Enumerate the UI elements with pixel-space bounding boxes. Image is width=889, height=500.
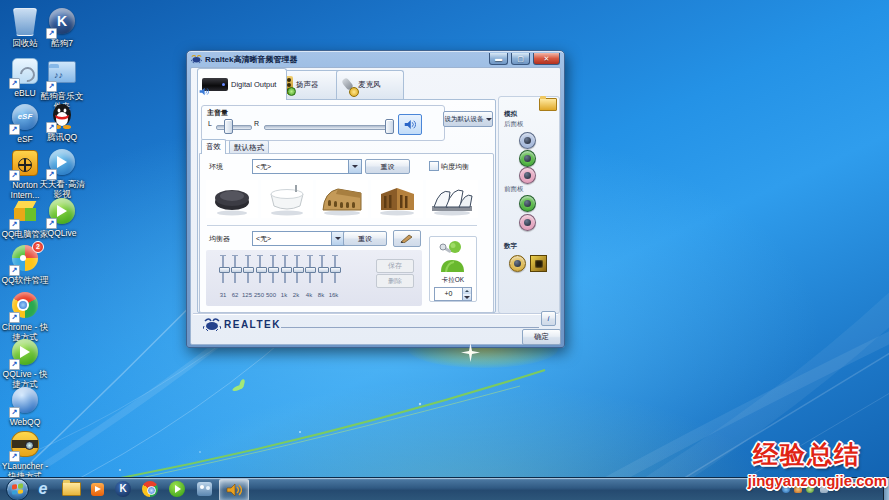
tab-speakers[interactable]: 扬声器	[279, 70, 344, 99]
taskbar-internet-explorer[interactable]: e	[30, 479, 56, 499]
dropdown-arrow-icon[interactable]	[348, 160, 361, 173]
window-titlebar[interactable]: Realtek高清晰音频管理器 ▬ ▢ ✕	[187, 51, 564, 67]
desktop-icon-kugou7[interactable]: ↗ 酷狗7	[38, 6, 86, 49]
karaoke-key-spinner[interactable]: +0	[434, 287, 472, 301]
preset-padded-room[interactable]	[206, 180, 258, 218]
taskbar-kugou[interactable]: K	[110, 479, 136, 499]
desktop-icon-chrome[interactable]: ↗ Chrome - 快捷方式	[1, 290, 49, 342]
equalizer-dropdown[interactable]: <无>	[252, 231, 345, 246]
equalizer-edit-button[interactable]	[393, 230, 421, 247]
realtek-brand-text: REALTEK	[224, 319, 281, 330]
volume-slider-track[interactable]	[264, 125, 390, 130]
eq-slider-thumb[interactable]	[293, 267, 304, 273]
maximize-button[interactable]: ▢	[511, 53, 530, 65]
taskbar-chrome[interactable]	[137, 479, 163, 499]
shortcut-arrow-icon: ↗	[9, 265, 20, 276]
ok-button[interactable]: 确定	[522, 329, 561, 345]
connector-folder-icon[interactable]	[539, 98, 557, 111]
tray-qq-icon[interactable]	[782, 485, 790, 493]
minimize-button[interactable]: ▬	[489, 53, 508, 65]
music-folder-icon: ↗	[47, 61, 77, 91]
main-volume-label: 主音量	[207, 108, 228, 118]
taskbar-qqlive[interactable]	[164, 479, 190, 499]
eq-save-button[interactable]: 保存	[376, 259, 414, 273]
eq-slider-thumb[interactable]	[256, 267, 267, 273]
tray-network-icon[interactable]	[820, 485, 828, 493]
taskbar-messenger[interactable]	[191, 479, 217, 499]
eq-slider-thumb[interactable]	[330, 267, 341, 273]
digital-label: 数字	[504, 242, 517, 251]
taskbar-windows-explorer[interactable]	[58, 479, 84, 499]
speaker-icon	[226, 483, 242, 497]
balance-right-label: R	[254, 120, 259, 127]
webqq-icon: ↗	[10, 387, 40, 417]
environment-dropdown[interactable]: <无>	[252, 159, 362, 174]
environment-reset-button[interactable]: 重设	[365, 159, 410, 174]
shortcut-arrow-icon: ↗	[9, 451, 20, 462]
loudness-equalization-checkbox[interactable]	[429, 161, 439, 171]
volume-slider-thumb[interactable]	[385, 119, 394, 134]
mute-speaker-button[interactable]	[398, 114, 422, 135]
desktop-icon-webqq[interactable]: ↗ WebQQ	[1, 385, 49, 428]
window-client-area: Digital Output 扬声器 麦克风 主音量 L R	[190, 67, 561, 345]
spdif-optical-jack[interactable]	[530, 255, 547, 272]
eq-delete-button[interactable]: 删除	[376, 274, 414, 288]
tab-digital-output[interactable]: Digital Output	[197, 68, 287, 100]
tray-hidden-icons-button[interactable]	[770, 486, 778, 490]
desktop-icon-ylauncher[interactable]: ↗ YLauncher - 快捷方式	[1, 428, 49, 481]
qq-software-manager-icon: 2 ↗	[10, 245, 40, 275]
close-button[interactable]: ✕	[533, 53, 560, 65]
desktop-icon-qqlive[interactable]: ↗ QQLive	[38, 196, 86, 239]
desktop-icon-qq-software-manager[interactable]: 2 ↗ QQ软件管理	[1, 243, 49, 286]
start-button[interactable]	[4, 479, 30, 499]
eq-slider-thumb[interactable]	[318, 267, 329, 273]
speaker-icon	[404, 119, 416, 130]
digital-output-device-image	[202, 78, 228, 91]
balance-slider-track[interactable]	[216, 125, 252, 130]
desktop-icon-qqlive-shortcut[interactable]: ↗ QQLive - 快捷方式	[1, 337, 49, 389]
ylauncher-icon: ↗	[10, 431, 40, 461]
headphone-jack-front[interactable]	[519, 195, 536, 212]
desktop-icon-tencent-qq[interactable]: ↗ 腾讯QQ	[38, 102, 86, 143]
preset-bathroom[interactable]	[261, 180, 313, 218]
tab-default-format[interactable]: 默认格式	[229, 140, 269, 154]
taskbar-pps-player[interactable]	[84, 479, 110, 499]
line-out-jack-rear[interactable]	[519, 150, 536, 167]
spinner-down-button[interactable]	[463, 294, 471, 300]
tab-sound-effects[interactable]: 音效	[201, 139, 226, 154]
qqlive-icon: ↗	[47, 198, 77, 228]
tray-kugou-icon[interactable]	[806, 485, 814, 493]
equalizer-label: 均衡器	[209, 234, 230, 244]
eq-slider-thumb[interactable]	[268, 267, 279, 273]
folder-icon	[62, 482, 81, 496]
eq-band-label: 500	[264, 292, 278, 298]
tab-label: 默认格式	[234, 143, 264, 153]
tab-microphone[interactable]: 麦克风	[336, 70, 404, 99]
set-default-label: 设为默认设备	[445, 115, 484, 124]
microphone-device-image	[341, 76, 355, 94]
eq-slider-thumb[interactable]	[281, 267, 292, 273]
eq-slider-thumb[interactable]	[231, 267, 242, 273]
section-divider	[207, 225, 477, 227]
eq-slider-thumb[interactable]	[243, 267, 254, 273]
set-default-device-button[interactable]: 设为默认设备	[443, 111, 493, 127]
info-button[interactable]: i	[541, 311, 556, 326]
desktop-icon-ttkan[interactable]: ↗ 天天看·高清影视	[38, 147, 86, 199]
balance-slider-thumb[interactable]	[224, 119, 233, 134]
preset-concert-hall[interactable]	[371, 180, 423, 218]
equalizer-reset-button[interactable]: 重设	[343, 231, 387, 246]
show-desktop-button[interactable]	[883, 478, 889, 500]
tray-security-icon[interactable]	[794, 485, 802, 493]
reset-label: 重设	[381, 162, 395, 172]
mic-jack-front[interactable]	[519, 214, 536, 231]
eq-slider-thumb[interactable]	[219, 267, 230, 273]
norton-icon: ↗	[10, 150, 40, 180]
mic-jack-rear[interactable]	[519, 167, 536, 184]
taskbar-realtek-audio-manager[interactable]	[219, 479, 249, 500]
preset-sydney-opera-house[interactable]	[426, 180, 478, 218]
eq-slider-thumb[interactable]	[305, 267, 316, 273]
preset-arena[interactable]	[316, 180, 368, 218]
spdif-rca-jack[interactable]	[509, 255, 526, 272]
footer-divider	[193, 313, 558, 315]
line-in-jack[interactable]	[519, 132, 536, 149]
